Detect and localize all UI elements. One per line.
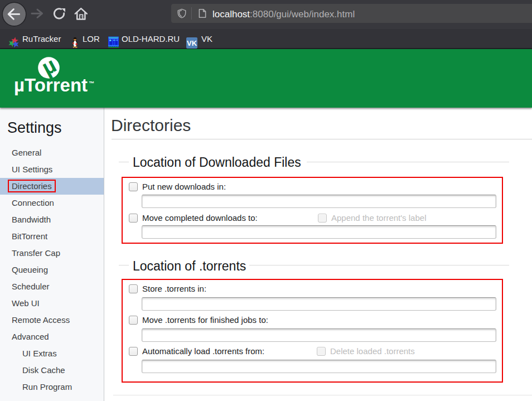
svg-text:VK: VK <box>187 39 197 47</box>
